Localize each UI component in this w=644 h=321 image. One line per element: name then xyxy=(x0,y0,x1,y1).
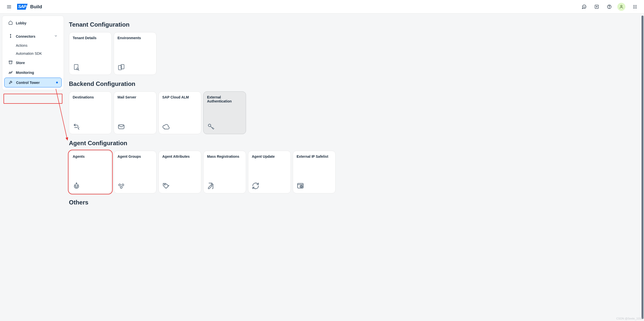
tile-title: Environments xyxy=(117,36,153,40)
tile-destinations[interactable]: Destinations xyxy=(69,91,112,134)
robot-icon xyxy=(73,182,108,190)
tile-mail-server[interactable]: Mail Server xyxy=(114,91,156,134)
cloud-icon xyxy=(162,123,197,130)
svg-point-28 xyxy=(75,186,76,186)
sidebar-item-label: Monitoring xyxy=(16,71,34,75)
svg-point-29 xyxy=(77,186,78,186)
tile-agents[interactable]: Agents xyxy=(69,151,112,193)
tile-row-agent: Agents Agent Groups Agent Attributes Mas… xyxy=(69,151,639,193)
download-icon[interactable] xyxy=(592,2,601,11)
tile-title: External IP Safelist xyxy=(297,154,332,158)
svg-point-34 xyxy=(120,187,122,189)
svg-point-32 xyxy=(119,184,121,186)
tile-agent-groups[interactable]: Agent Groups xyxy=(114,151,156,193)
tile-environments[interactable]: Environments xyxy=(114,32,156,75)
annotation-highlight-box xyxy=(4,94,62,104)
store-icon xyxy=(8,60,13,65)
svg-point-33 xyxy=(122,184,124,186)
svg-point-7 xyxy=(621,5,622,7)
vertical-scrollbar[interactable] xyxy=(641,16,643,319)
sidebar-item-label: Store xyxy=(16,61,25,65)
svg-line-22 xyxy=(78,70,79,71)
mail-icon xyxy=(117,123,153,130)
monitoring-icon xyxy=(8,70,13,75)
devices-icon xyxy=(117,64,153,71)
key-icon xyxy=(207,123,242,130)
feedback-icon[interactable] xyxy=(580,2,589,11)
sidebar-item-lobby[interactable]: Lobby xyxy=(4,18,62,28)
sidebar-item-monitoring[interactable]: Monitoring xyxy=(4,68,62,77)
svg-point-10 xyxy=(636,5,637,6)
sidebar-item-control-tower[interactable]: Control Tower xyxy=(4,78,62,87)
section-heading-others: Others xyxy=(69,199,639,206)
tile-title: Tenant Details xyxy=(73,36,108,40)
refresh-icon xyxy=(252,182,287,190)
app-launcher-icon[interactable] xyxy=(630,2,639,11)
tile-agent-update[interactable]: Agent Update xyxy=(248,151,291,193)
document-search-icon xyxy=(73,64,108,71)
main-content: Tenant Configuration Tenant Details Envi… xyxy=(66,16,642,319)
sidebar-item-label: Control Tower xyxy=(16,81,40,85)
svg-point-3 xyxy=(583,6,584,7)
sidebar-item-actions[interactable]: Actions xyxy=(4,41,62,49)
browser-globe-icon xyxy=(297,182,332,190)
group-icon xyxy=(117,182,153,190)
tile-sap-cloud-alm[interactable]: SAP Cloud ALM xyxy=(158,91,201,134)
home-icon xyxy=(8,20,13,26)
svg-rect-20 xyxy=(74,65,78,70)
tile-mass-registrations[interactable]: Mass Registrations xyxy=(203,151,246,193)
svg-point-4 xyxy=(585,6,585,7)
chevron-down-icon xyxy=(54,34,58,38)
tile-title: Mass Registrations xyxy=(207,154,242,158)
section-heading-tenant: Tenant Configuration xyxy=(69,21,639,28)
svg-point-16 xyxy=(636,8,637,8)
tag-icon xyxy=(162,182,197,190)
svg-point-14 xyxy=(633,8,634,8)
brand: SAP Build xyxy=(17,4,42,10)
sidebar-item-automation-sdk[interactable]: Automation SDK xyxy=(4,49,62,58)
section-heading-agent: Agent Configuration xyxy=(69,140,639,147)
wrench-icon xyxy=(9,80,13,85)
route-icon xyxy=(73,123,108,130)
connectors-icon xyxy=(8,34,13,39)
tile-row-backend: Destinations Mail Server SAP Cloud ALM E… xyxy=(69,91,639,134)
svg-point-8 xyxy=(633,5,634,6)
product-name: Build xyxy=(30,4,42,10)
svg-point-35 xyxy=(164,184,165,185)
sidebar-item-label: Actions xyxy=(16,43,27,47)
tile-title: Agent Groups xyxy=(117,154,153,158)
svg-point-13 xyxy=(636,6,637,7)
help-icon[interactable] xyxy=(605,2,614,11)
menu-toggle-icon[interactable] xyxy=(5,2,14,11)
sidebar-item-store[interactable]: Store xyxy=(4,58,62,67)
svg-point-11 xyxy=(633,6,634,7)
svg-point-12 xyxy=(635,6,635,7)
tile-tenant-details[interactable]: Tenant Details xyxy=(69,32,112,75)
svg-point-15 xyxy=(635,8,635,8)
tile-title: SAP Cloud ALM xyxy=(162,95,197,99)
tile-title: Agent Update xyxy=(252,154,287,158)
side-nav: Lobby Connectors Actions Automation SDK … xyxy=(2,16,64,90)
tile-title: External Authentication xyxy=(207,95,242,103)
svg-line-39 xyxy=(66,89,67,140)
tile-agent-attributes[interactable]: Agent Attributes xyxy=(158,151,201,193)
document-edit-icon xyxy=(207,182,242,190)
tile-title: Agents xyxy=(73,154,108,158)
tile-title: Mail Server xyxy=(117,95,153,99)
sap-logo: SAP xyxy=(17,4,28,10)
tile-title: Agent Attributes xyxy=(162,154,197,158)
section-heading-backend: Backend Configuration xyxy=(69,80,639,87)
sidebar-item-label: Connectors xyxy=(16,34,35,38)
user-avatar[interactable] xyxy=(617,3,625,11)
svg-point-9 xyxy=(635,5,635,6)
tile-external-authentication[interactable]: External Authentication xyxy=(203,91,246,134)
sidebar-item-label: Automation SDK xyxy=(16,51,42,56)
sidebar-item-label: Lobby xyxy=(16,21,26,25)
tile-row-tenant: Tenant Details Environments xyxy=(69,32,639,75)
sidebar-item-connectors[interactable]: Connectors xyxy=(4,32,62,41)
tile-title: Destinations xyxy=(73,95,108,99)
page: Lobby Connectors Actions Automation SDK … xyxy=(0,14,644,321)
selection-indicator-dot xyxy=(56,82,58,83)
svg-point-6 xyxy=(609,8,609,8)
tile-external-ip-safelist[interactable]: External IP Safelist xyxy=(293,151,336,193)
